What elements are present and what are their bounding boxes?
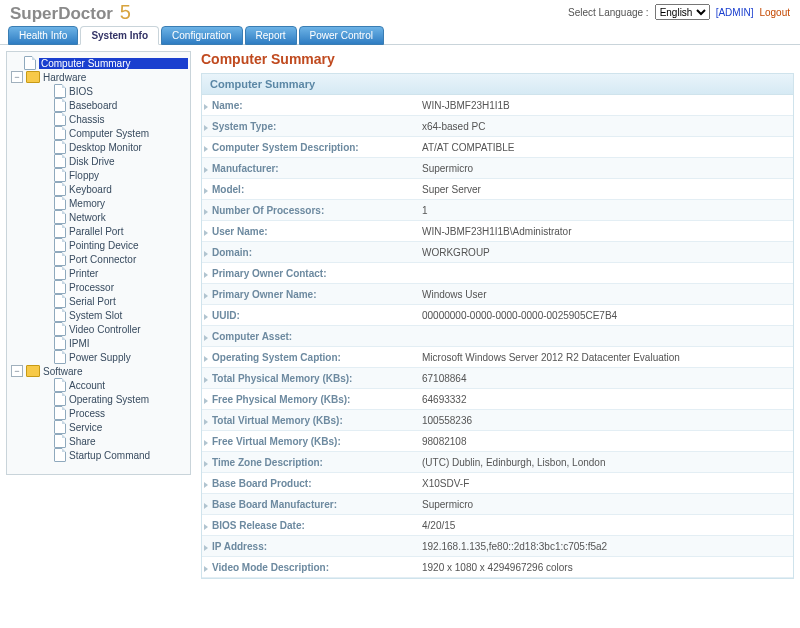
tree-item-parallel-port[interactable]: Parallel Port	[11, 224, 188, 238]
tree-item-processor[interactable]: Processor	[11, 280, 188, 294]
tree-item-account[interactable]: Account	[11, 378, 188, 392]
tab-configuration[interactable]: Configuration	[161, 26, 242, 45]
page-icon	[54, 266, 66, 280]
tree-spacer-icon	[41, 142, 51, 152]
page-icon	[54, 336, 66, 350]
detail-row: Video Mode Description:1920 x 1080 x 429…	[202, 557, 793, 578]
tree-item-chassis[interactable]: Chassis	[11, 112, 188, 126]
page-icon	[54, 196, 66, 210]
tree-item-power-supply[interactable]: Power Supply	[11, 350, 188, 364]
tree-item-share[interactable]: Share	[11, 434, 188, 448]
tree-spacer-icon	[41, 198, 51, 208]
tree-spacer-icon	[41, 296, 51, 306]
tree-item-memory[interactable]: Memory	[11, 196, 188, 210]
page-icon	[24, 56, 36, 70]
tree-item-network[interactable]: Network	[11, 210, 188, 224]
detail-value	[416, 333, 793, 339]
sidebar-tree[interactable]: Computer Summary−HardwareBIOSBaseboardCh…	[6, 51, 191, 475]
tree-item-pointing-device[interactable]: Pointing Device	[11, 238, 188, 252]
brand-suffix: 5	[120, 1, 131, 23]
tree-item-printer[interactable]: Printer	[11, 266, 188, 280]
tree-item-keyboard[interactable]: Keyboard	[11, 182, 188, 196]
detail-key: Base Board Manufacturer:	[202, 496, 416, 513]
logout-link[interactable]: Logout	[759, 7, 790, 18]
tree-spacer-icon	[41, 240, 51, 250]
tree-item-computer-summary[interactable]: Computer Summary	[11, 56, 188, 70]
tree-label: Network	[69, 212, 188, 223]
tree-item-serial-port[interactable]: Serial Port	[11, 294, 188, 308]
tree-item-floppy[interactable]: Floppy	[11, 168, 188, 182]
tree-item-baseboard[interactable]: Baseboard	[11, 98, 188, 112]
detail-key: User Name:	[202, 223, 416, 240]
tree-spacer-icon	[41, 408, 51, 418]
language-select[interactable]: English	[655, 4, 710, 20]
tree-spacer-icon	[41, 170, 51, 180]
tree-item-disk-drive[interactable]: Disk Drive	[11, 154, 188, 168]
detail-key: Base Board Product:	[202, 475, 416, 492]
collapse-icon[interactable]: −	[11, 365, 23, 377]
tree-spacer-icon	[41, 282, 51, 292]
tree-label: Power Supply	[69, 352, 188, 363]
tree-spacer-icon	[41, 268, 51, 278]
detail-key: Total Virtual Memory (KBs):	[202, 412, 416, 429]
detail-row: Total Virtual Memory (KBs):100558236	[202, 410, 793, 431]
page-icon	[54, 448, 66, 462]
tree-label: Account	[69, 380, 188, 391]
page-icon	[54, 322, 66, 336]
tree-item-ipmi[interactable]: IPMI	[11, 336, 188, 350]
detail-value: 4/20/15	[416, 517, 793, 534]
detail-key: UUID:	[202, 307, 416, 324]
collapse-icon[interactable]: −	[11, 71, 23, 83]
detail-key: Computer Asset:	[202, 328, 416, 345]
page-icon	[54, 280, 66, 294]
tree-label: Pointing Device	[69, 240, 188, 251]
tree-item-computer-system[interactable]: Computer System	[11, 126, 188, 140]
tree-item-system-slot[interactable]: System Slot	[11, 308, 188, 322]
detail-row: Base Board Product:X10SDV-F	[202, 473, 793, 494]
tree-item-port-connector[interactable]: Port Connector	[11, 252, 188, 266]
detail-key: Free Virtual Memory (KBs):	[202, 433, 416, 450]
tree-label: Process	[69, 408, 188, 419]
tree-label: Port Connector	[69, 254, 188, 265]
page-icon	[54, 84, 66, 98]
tree-label: Operating System	[69, 394, 188, 405]
tree-spacer-icon	[41, 436, 51, 446]
tab-health-info[interactable]: Health Info	[8, 26, 78, 45]
tree-spacer-icon	[41, 394, 51, 404]
tree-item-video-controller[interactable]: Video Controller	[11, 322, 188, 336]
detail-key: Time Zone Description:	[202, 454, 416, 471]
page-icon	[54, 168, 66, 182]
tree-item-service[interactable]: Service	[11, 420, 188, 434]
tab-system-info[interactable]: System Info	[80, 26, 159, 45]
tab-report[interactable]: Report	[245, 26, 297, 45]
detail-key: Manufacturer:	[202, 160, 416, 177]
tree-label: Baseboard	[69, 100, 188, 111]
tree-spacer-icon	[41, 184, 51, 194]
tree-spacer-icon	[41, 212, 51, 222]
detail-value: X10SDV-F	[416, 475, 793, 492]
detail-row: IP Address:192.168.1.135,fe80::2d18:3bc1…	[202, 536, 793, 557]
admin-link[interactable]: [ADMIN]	[716, 7, 754, 18]
tree-item-desktop-monitor[interactable]: Desktop Monitor	[11, 140, 188, 154]
tree-spacer-icon	[41, 254, 51, 264]
detail-key: Domain:	[202, 244, 416, 261]
page-icon	[54, 294, 66, 308]
detail-row: Model:Super Server	[202, 179, 793, 200]
detail-value: WIN-JBMF23H1I1B	[416, 97, 793, 114]
tree-item-bios[interactable]: BIOS	[11, 84, 188, 98]
tree-item-operating-system[interactable]: Operating System	[11, 392, 188, 406]
tree-item-process[interactable]: Process	[11, 406, 188, 420]
detail-row: Time Zone Description:(UTC) Dublin, Edin…	[202, 452, 793, 473]
tree-item-startup-command[interactable]: Startup Command	[11, 448, 188, 462]
tree-label: Computer Summary	[39, 58, 188, 69]
tree-item-hardware[interactable]: −Hardware	[11, 70, 188, 84]
tree-item-software[interactable]: −Software	[11, 364, 188, 378]
tree-label: Floppy	[69, 170, 188, 181]
tree-label: Parallel Port	[69, 226, 188, 237]
tree-label: Startup Command	[69, 450, 188, 461]
detail-row: Manufacturer:Supermicro	[202, 158, 793, 179]
tab-power-control[interactable]: Power Control	[299, 26, 384, 45]
tree-label: Chassis	[69, 114, 188, 125]
tree-label: IPMI	[69, 338, 188, 349]
detail-row: Number Of Processors:1	[202, 200, 793, 221]
